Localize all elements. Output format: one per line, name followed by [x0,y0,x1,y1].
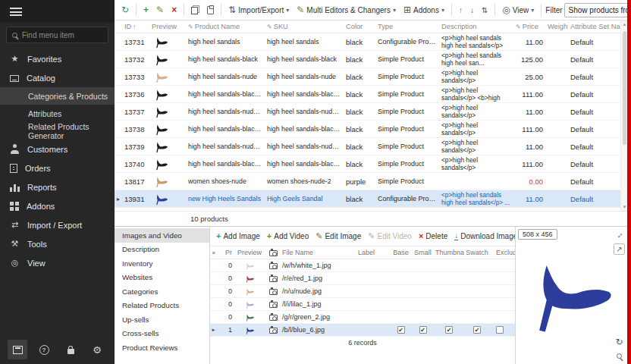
small-checkbox[interactable] [412,326,434,334]
rotate-button[interactable]: ↻ [614,336,625,347]
tab-item[interactable]: Inventory [115,256,209,271]
thumbnail-checkbox[interactable] [434,326,464,334]
menu-toggle-button[interactable] [0,0,115,23]
product-row[interactable]: ▸ 13931 new High Heels Sandals High Geel… [115,190,627,208]
refresh-button[interactable]: ↻ [118,2,132,18]
col-header-small[interactable]: Small [412,249,434,256]
sidebar-item[interactable]: Reports [0,177,115,196]
store-button[interactable] [8,340,27,359]
product-row[interactable]: 13736 high heel sandals-black-36 high he… [115,86,627,103]
col-header-image-preview[interactable]: Preview [234,249,265,256]
tab-item[interactable]: Description [115,243,209,257]
settings-button[interactable]: ⚙ [87,340,107,359]
paste-button[interactable] [204,2,217,18]
row-expand-arrow[interactable]: ▸ [115,196,122,202]
fullscreen-button[interactable]: ↔ [614,229,625,240]
add-video-button[interactable]: +Add Video [267,232,309,240]
col-header-name[interactable]: ✎Product Name [186,23,265,30]
col-header-weight[interactable]: Weight [545,23,568,30]
columns-icon[interactable]: ≡ [210,250,217,256]
image-row[interactable]: 0 /n/u/nude.jpg [210,285,515,298]
zoom-button[interactable] [614,350,625,362]
grid-scrollbar[interactable]: ▲ ▼ [620,20,627,211]
tab-item[interactable]: Cross-sells [115,327,209,341]
sort-both-button[interactable]: ⇅ [479,2,491,18]
add-product-button[interactable]: + [140,2,152,18]
image-row[interactable]: 0 /r/e/red_1.jpg [210,272,515,285]
tab-item[interactable]: Related Products [115,299,209,313]
scroll-up-icon[interactable]: ▲ [621,22,627,27]
col-header-thumbnail[interactable]: Thumbna [434,249,464,256]
swatch-checkbox[interactable] [464,326,490,334]
col-header-file-name[interactable]: File Name [281,249,356,256]
col-header-preview[interactable]: Preview [149,23,186,30]
menu-search[interactable] [6,27,108,43]
col-header-sku[interactable]: ✎SKU [265,23,344,30]
tab-item[interactable]: Images and Video [115,228,209,243]
lock-button[interactable] [61,340,80,359]
tab-item[interactable]: Up-sells [115,312,209,327]
scroll-down-icon[interactable]: ▼ [621,205,627,209]
col-header-description[interactable]: Description [439,23,513,30]
sidebar-item[interactable]: Catalog [0,68,115,87]
sidebar-item[interactable]: Favorites [0,49,115,68]
delete-image-button[interactable]: ×Delete [419,232,447,240]
open-in-new-button[interactable]: ↗ [614,243,625,255]
add-image-button[interactable]: +Add Image [216,232,260,240]
exclude-checkbox[interactable] [490,326,515,334]
col-header-base[interactable]: Base [390,249,412,256]
sidebar-item[interactable]: Attributes [0,105,115,122]
image-row[interactable]: ▸ 1 /b/l/blue_6.jpg [210,324,515,337]
product-row[interactable]: 13738 high heel sandals-black-37 high he… [115,121,627,138]
product-row[interactable]: 13739 high heel sandals-nude-37 high hee… [115,138,627,155]
edit-image-button[interactable]: ✎Edit Image [316,232,361,240]
preview-image[interactable] [526,248,619,340]
delete-product-button[interactable]: × [168,2,180,18]
col-header-price[interactable]: ✎Price [513,23,545,30]
col-header-type[interactable]: Type [375,23,439,30]
col-header-id[interactable]: ID↑ [122,23,149,30]
edit-product-button[interactable]: ✎ [153,2,167,18]
filter-select[interactable]: Show products from selected categories ▾ [564,3,631,17]
product-row[interactable]: 13732 high heel sandals-black high heel … [115,51,627,68]
sidebar-item[interactable]: Customers [0,140,115,158]
scrollbar-thumb[interactable] [623,31,626,145]
image-row[interactable]: 0 /l/i/lilac_1.jpg [210,298,515,311]
col-header-exclude[interactable]: Exclude [490,249,515,256]
tab-item[interactable]: Product Reviews [115,340,209,355]
product-row[interactable]: 13737 high heel sandals-nude-36 high hee… [115,103,627,121]
sidebar-item[interactable]: Categories & Products [0,87,115,105]
sort-asc-button[interactable]: ↑ [456,2,466,18]
product-row[interactable]: 13731 high heel sandals high heel sandal… [115,33,627,51]
product-row[interactable]: 13740 high heel sandals-black-38 high he… [115,155,627,173]
product-row[interactable]: 13817 women shoes-nude women shoes-nude-… [115,173,627,190]
col-header-camera[interactable] [265,249,281,256]
tab-item[interactable]: Categories [115,284,209,299]
col-header-attribute-set[interactable]: Attribute Set Name [568,23,620,30]
sidebar-item[interactable]: Tools [0,234,115,253]
import-export-dropdown[interactable]: ⇅ Import/Export ▾ [225,2,292,18]
col-header-priority[interactable]: Pr [217,249,234,256]
sidebar-item[interactable]: Import / Export [0,215,115,234]
sidebar-item[interactable]: Addons [0,196,115,215]
sidebar-item[interactable]: View [0,253,115,272]
col-header-swatch[interactable]: Swatch [464,249,490,256]
help-button[interactable]: ? [34,340,54,359]
addons-dropdown[interactable]: ⊞ Addons ▾ [400,2,447,18]
multi-editors-dropdown[interactable]: ✎ Multi Editors & Changers ▾ [294,2,399,18]
image-row[interactable]: 0 /w/h/white_1.jpg [210,259,515,272]
base-checkbox[interactable] [390,326,412,334]
download-image-button[interactable]: ↓Download Image [454,232,515,240]
sidebar-item[interactable]: Related Products Generator [0,122,115,140]
search-input[interactable] [22,31,102,39]
col-header-color[interactable]: Color [344,23,375,30]
sort-desc-button[interactable]: ↓ [467,2,477,18]
sidebar-item[interactable]: Orders [0,158,115,177]
view-dropdown[interactable]: ◎ View ▾ [499,2,537,18]
col-header-label[interactable]: Label [356,249,390,256]
product-row[interactable]: 13733 high heel sandals-nude high heel s… [115,68,627,86]
row-expand-arrow[interactable]: ▸ [210,327,217,333]
image-row[interactable]: 0 /g/r/green_2.jpg [210,311,515,324]
tab-item[interactable]: Websites [115,271,209,285]
copy-button[interactable] [188,2,202,18]
